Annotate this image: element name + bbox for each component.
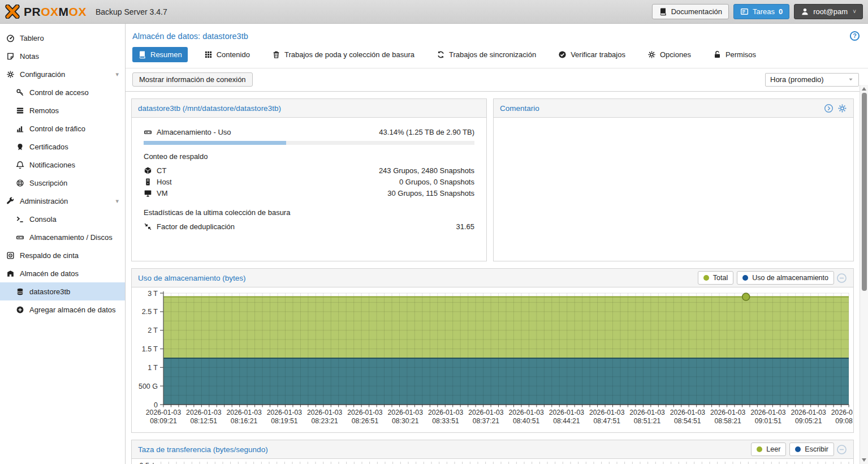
cert-icon: [16, 143, 24, 151]
collapse-panel-icon[interactable]: [836, 444, 847, 455]
svg-text:2026-01-03: 2026-01-03: [267, 409, 303, 416]
bell-icon: [16, 161, 24, 169]
svg-text:500 G: 500 G: [139, 383, 158, 390]
legend-dot-icon: [703, 275, 709, 281]
tab-opciones[interactable]: Opciones: [642, 47, 697, 62]
svg-text:2026-01-03: 2026-01-03: [226, 409, 262, 416]
svg-text:2026-01-03: 2026-01-03: [186, 409, 222, 416]
svg-text:2026-01-03: 2026-01-03: [589, 409, 625, 416]
comment-body[interactable]: [494, 118, 853, 135]
book-icon: [659, 7, 667, 16]
trash-icon: [272, 50, 280, 59]
sidebar-item-respaldo-de-cinta[interactable]: Respaldo de cinta: [0, 246, 125, 264]
sidebar-item-certificados[interactable]: Certificados: [0, 138, 125, 156]
svg-text:08:37:21: 08:37:21: [473, 417, 500, 425]
rows-icon: [16, 106, 24, 115]
backup-count-row: Host0 Grupos, 0 Snapshots: [144, 176, 474, 187]
svg-text:08:51:21: 08:51:21: [634, 417, 661, 425]
vertical-scrollbar[interactable]: [860, 85, 868, 464]
svg-text:2026-01-03: 2026-01-03: [750, 409, 786, 416]
logo-wordmark: PROXMOX: [24, 5, 87, 19]
storage-usage-chart-panel: Uso de almacenamiento (bytes) TotalUso d…: [131, 268, 854, 433]
tab-contenido[interactable]: Contenido: [198, 47, 256, 62]
sidebar-item-control-de-trafico[interactable]: Control de tráfico: [0, 119, 125, 138]
tab-poda-gc[interactable]: Trabajos de poda y colección de basura: [266, 47, 420, 62]
scroll-down-arrow[interactable]: [862, 458, 866, 462]
svg-text:2026-01-03: 2026-01-03: [629, 409, 665, 416]
svg-text:2026-01-03: 2026-01-03: [388, 409, 424, 416]
sidebar-item-almacenamiento-discos[interactable]: Almacenamiento / Discos: [0, 228, 125, 246]
key-icon: [16, 88, 24, 97]
tab-sincronizacion[interactable]: Trabajos de sincronización: [431, 47, 542, 62]
chevron-down-icon: ▾: [115, 197, 119, 205]
usage-label: Almacenamiento - Uso: [157, 128, 231, 136]
help-icon[interactable]: [849, 31, 860, 41]
sidebar-item-suscripcion[interactable]: Suscripción: [0, 174, 125, 192]
sidebar-item-remotos[interactable]: Remotos: [0, 101, 125, 119]
tab-verificar[interactable]: Verificar trabajos: [552, 47, 631, 62]
user-menu-button[interactable]: root@pam ˅: [794, 4, 863, 19]
svg-text:2 T: 2 T: [148, 326, 158, 334]
store-icon: [6, 269, 15, 278]
chevron-down-icon: [848, 76, 854, 83]
comment-panel: Comentario: [493, 98, 854, 261]
scrollbar-thumb[interactable]: [862, 93, 867, 291]
svg-text:08:58:21: 08:58:21: [714, 417, 741, 425]
tasks-count-badge: 0: [779, 7, 783, 16]
sidebar-item-notas[interactable]: Notas: [0, 47, 125, 65]
tab-permisos[interactable]: Permisos: [707, 47, 762, 62]
dedup-value: 31.65: [456, 222, 474, 231]
svg-text:08:44:21: 08:44:21: [553, 417, 580, 425]
storage-usage-chart[interactable]: 3 T2.5 T2 T1.5 T1 T500 G02026-01-0308:09…: [132, 287, 853, 426]
storage-summary-panel: datastore3tb (/mnt/datastore/datastore3t…: [131, 98, 487, 261]
svg-text:2026-01-03: 2026-01-03: [549, 409, 585, 416]
sidebar-item-consola[interactable]: Consola: [0, 210, 125, 228]
show-connection-info-button[interactable]: Mostrar información de conexión: [132, 72, 253, 87]
sidebar-item-control-de-acceso[interactable]: Control de acceso: [0, 83, 125, 101]
sidebar-item-configuracion[interactable]: Configuración▾: [0, 65, 125, 83]
expand-chevron-circle-icon[interactable]: [824, 104, 834, 113]
sidebar-item-administracion[interactable]: Administración▾: [0, 192, 125, 210]
svg-text:08:47:51: 08:47:51: [594, 417, 621, 425]
tape-icon: [6, 251, 15, 260]
app-version: Backup Server 3.4.7: [96, 7, 167, 16]
svg-text:08:16:21: 08:16:21: [231, 417, 258, 425]
server-icon: [144, 178, 152, 186]
legend-dot-icon: [742, 275, 748, 281]
rate-chart-title: Taza de transferencia (bytes/segundo): [138, 445, 268, 454]
sidebar-item-agregar-almacen-de-datos[interactable]: Agregar almacén de datos: [0, 300, 125, 319]
scroll-up-arrow[interactable]: [862, 87, 866, 91]
storage-panel-title: datastore3tb (/mnt/datastore/datastore3t…: [138, 104, 281, 113]
gauge-icon: [6, 34, 15, 42]
legend-dot-icon: [795, 446, 801, 452]
sidebar-item-notificaciones[interactable]: Notificaciones: [0, 156, 125, 174]
sync-icon: [437, 50, 445, 59]
svg-text:2026-01-03: 2026-01-03: [508, 409, 544, 416]
edit-gear-icon[interactable]: [837, 104, 847, 113]
sidebar-item-almacen-de-datos[interactable]: Almacén de datos: [0, 264, 125, 282]
plus-icon: [16, 306, 24, 314]
transfer-rate-chart-panel: Taza de transferencia (bytes/segundo) Le…: [131, 440, 854, 464]
cube-icon: [144, 166, 152, 175]
tasks-button[interactable]: Tareas 0: [733, 4, 789, 19]
usage-chart-title: Uso de almacenamiento (bytes): [138, 274, 246, 282]
legend-toggle-uso-de-almacenamiento[interactable]: Uso de almacenamiento: [737, 271, 834, 285]
time-range-select[interactable]: Hora (promedio): [765, 73, 859, 87]
svg-text:2026-01-03: 2026-01-03: [791, 409, 827, 416]
svg-text:2026-01-03: 2026-01-03: [307, 409, 343, 416]
legend-dot-icon: [757, 446, 762, 452]
wrench-icon: [6, 197, 15, 205]
svg-text:08:33:51: 08:33:51: [432, 417, 459, 425]
legend-toggle-leer[interactable]: Leer: [751, 442, 786, 456]
tab-resumen[interactable]: Resumen: [132, 47, 188, 62]
legend-toggle-total[interactable]: Total: [698, 271, 733, 285]
svg-text:2026-01-03: 2026-01-03: [146, 409, 182, 416]
sidebar-item-tablero[interactable]: Tablero: [0, 29, 125, 47]
collapse-panel-icon[interactable]: [836, 273, 847, 283]
svg-text:1 T: 1 T: [148, 364, 158, 372]
legend-toggle-escribir[interactable]: Escribir: [789, 442, 834, 456]
top-header: PROXMOX Backup Server 3.4.7 Documentació…: [0, 0, 868, 24]
documentation-button[interactable]: Documentación: [652, 4, 729, 19]
transfer-rate-chart[interactable]: 0.5: [132, 459, 853, 464]
sidebar-item-datastore3tb[interactable]: datastore3tb: [0, 282, 125, 300]
